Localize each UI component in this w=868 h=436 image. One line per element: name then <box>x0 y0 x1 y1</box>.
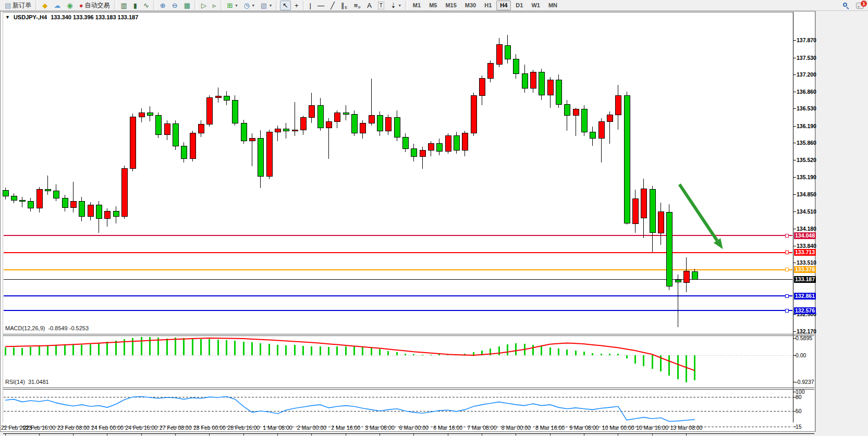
dropdown-caret-icon[interactable]: ▾ <box>399 3 401 8</box>
candle-body[interactable] <box>266 132 272 176</box>
candle-body[interactable] <box>692 271 698 279</box>
candle-body[interactable] <box>79 201 85 216</box>
candle-body[interactable] <box>360 123 366 133</box>
candle-body[interactable] <box>275 129 281 132</box>
timeframe-h4-button[interactable]: H4 <box>496 1 511 10</box>
search-icon[interactable] <box>843 3 849 8</box>
sell-arrow[interactable] <box>679 184 717 241</box>
candle-body[interactable] <box>45 190 51 191</box>
chat-icon[interactable]: 1 <box>856 3 864 9</box>
candle-body[interactable] <box>301 118 307 130</box>
candle-body[interactable] <box>530 72 536 88</box>
dropdown-caret-icon[interactable]: ▾ <box>235 3 237 8</box>
candle-body[interactable] <box>505 45 510 59</box>
candle-body[interactable] <box>581 109 587 132</box>
candle-body[interactable] <box>207 97 213 124</box>
candle-body[interactable] <box>683 271 689 282</box>
candle-body[interactable] <box>122 169 128 217</box>
timeframe-m15-button[interactable]: M15 <box>442 1 460 10</box>
hline-handle-133.713[interactable] <box>785 251 788 254</box>
crosshair-button[interactable]: + <box>292 1 301 10</box>
candle-body[interactable] <box>309 105 315 118</box>
candle-body[interactable] <box>352 115 358 133</box>
candle-body[interactable] <box>20 200 26 201</box>
candle-body[interactable] <box>11 196 17 200</box>
candle-body[interactable] <box>139 113 144 117</box>
collapse-icon[interactable]: ▼ <box>5 15 10 20</box>
candle-body[interactable] <box>233 100 238 123</box>
candle-body[interactable] <box>454 136 459 150</box>
line-chart-button[interactable]: ∿ <box>141 1 152 10</box>
candle-body[interactable] <box>429 144 434 151</box>
cursor-button[interactable]: ↖ <box>280 1 291 10</box>
channel-button[interactable]: ∥E <box>338 1 350 10</box>
tile-windows-button[interactable]: ▦ <box>181 1 193 10</box>
hline-handle-132.861[interactable] <box>785 294 788 297</box>
candle-body[interactable] <box>445 136 451 151</box>
chart-shift-button[interactable]: ▹ <box>210 1 219 10</box>
dropdown-caret-icon[interactable]: ▾ <box>270 3 272 8</box>
candle-body[interactable] <box>667 213 673 286</box>
candle-body[interactable] <box>105 211 111 219</box>
hline-handle-134.048[interactable] <box>785 234 788 237</box>
new-order-button[interactable]: ▤新订单 <box>2 1 34 10</box>
candle-body[interactable] <box>130 117 136 169</box>
candle-body[interactable] <box>616 95 621 115</box>
indicators-button[interactable]: ⊞▾ <box>225 1 240 10</box>
candle-body[interactable] <box>215 96 221 97</box>
text-button[interactable]: A <box>364 1 374 10</box>
candle-body[interactable] <box>462 133 468 150</box>
horizontal-line-button[interactable]: — <box>315 1 327 10</box>
arrows-button[interactable]: ⇣▾ <box>388 1 404 10</box>
candle-body[interactable] <box>156 116 162 135</box>
timeframe-w1-button[interactable]: W1 <box>528 1 544 10</box>
autotrade-button[interactable]: ●自动交易 <box>77 1 113 10</box>
timeframe-m1-button[interactable]: M1 <box>409 1 424 10</box>
timeframe-d1-button[interactable]: D1 <box>512 1 527 10</box>
community-icon[interactable]: ☁ <box>51 1 63 10</box>
signals-icon[interactable]: ◉ <box>64 1 75 10</box>
candle-body[interactable] <box>624 95 630 223</box>
timeframe-m5-button[interactable]: M5 <box>425 1 441 10</box>
fibonacci-button[interactable]: ≡F <box>351 1 363 10</box>
candle-body[interactable] <box>224 96 230 100</box>
candle-body[interactable] <box>573 109 579 116</box>
candle-body[interactable] <box>411 148 417 156</box>
candle-body[interactable] <box>326 121 332 128</box>
candle-body[interactable] <box>148 113 153 116</box>
bar-chart-button[interactable]: ▥ <box>118 1 130 10</box>
candle-body[interactable] <box>403 138 409 149</box>
timeframe-m30-button[interactable]: M30 <box>461 1 480 10</box>
candle-body[interactable] <box>641 189 647 218</box>
candle-body[interactable] <box>113 211 119 217</box>
candle-body[interactable] <box>394 118 400 138</box>
dropdown-caret-icon[interactable]: ▾ <box>252 3 254 8</box>
candle-body[interactable] <box>420 150 425 156</box>
candle-body[interactable] <box>607 115 613 122</box>
candle-body[interactable] <box>522 73 528 88</box>
candle-body[interactable] <box>284 129 289 131</box>
candle-body[interactable] <box>496 45 502 65</box>
timeframe-h1-button[interactable]: H1 <box>481 1 495 10</box>
candle-body[interactable] <box>96 205 102 218</box>
label-button[interactable]: T <box>375 1 387 10</box>
candle-body[interactable] <box>598 121 604 138</box>
candle-body[interactable] <box>241 123 247 141</box>
timeframe-mn-button[interactable]: MN <box>545 1 561 10</box>
candle-body[interactable] <box>317 105 323 128</box>
candle-body[interactable] <box>556 80 561 104</box>
trendline-button[interactable]: ╱ <box>328 1 337 10</box>
candle-body[interactable] <box>71 201 77 207</box>
candle-body[interactable] <box>88 205 93 217</box>
candle-body[interactable] <box>479 78 485 95</box>
candle-body[interactable] <box>258 139 264 176</box>
candle-body[interactable] <box>539 72 545 95</box>
candle-body[interactable] <box>190 133 195 159</box>
hline-handle-132.576[interactable] <box>785 309 788 312</box>
candle-body[interactable] <box>632 198 638 223</box>
candle-body[interactable] <box>292 130 298 131</box>
periods-button[interactable]: ◷▾ <box>241 1 256 10</box>
candle-body[interactable] <box>181 146 187 158</box>
candle-body[interactable] <box>514 59 519 73</box>
candle-body[interactable] <box>675 280 681 282</box>
